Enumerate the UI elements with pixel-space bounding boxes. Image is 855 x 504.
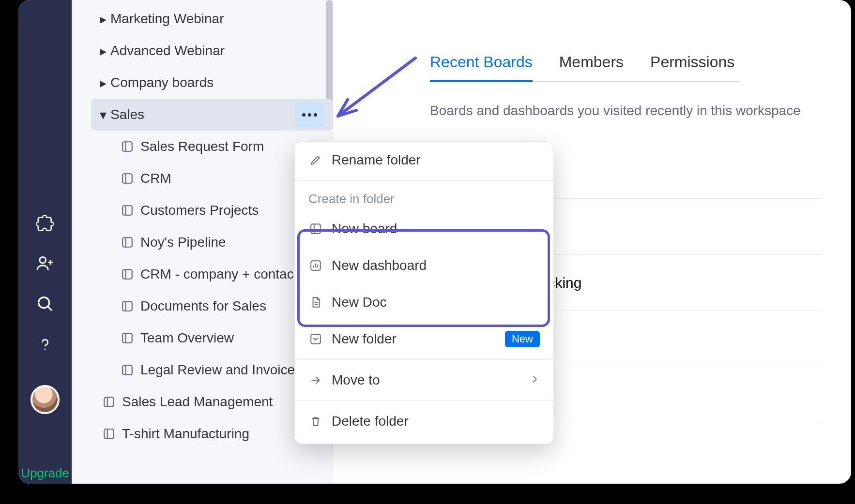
- folder-advanced-webinar[interactable]: ▸ Advanced Webinar: [91, 35, 333, 67]
- chevron-box-icon: [308, 333, 323, 345]
- folder-context-menu: Rename folder Create in folder New board…: [294, 141, 554, 444]
- help-icon[interactable]: [35, 335, 55, 354]
- puzzle-icon[interactable]: [35, 213, 55, 232]
- folder-company-boards[interactable]: ▸ Company boards: [91, 67, 333, 99]
- svg-rect-5: [122, 206, 132, 215]
- sidebar: ▸ Marketing Webinar ▸ Advanced Webinar ▸…: [72, 0, 333, 484]
- svg-rect-7: [122, 269, 132, 279]
- svg-point-0: [40, 257, 46, 263]
- svg-rect-12: [104, 429, 114, 439]
- menu-new-doc[interactable]: New Doc: [295, 284, 553, 321]
- menu-delete-folder[interactable]: Delete folder: [295, 403, 553, 440]
- board-label: T-shirt Manufacturing: [122, 426, 249, 442]
- board-label: Sales Request Form: [140, 139, 264, 154]
- folder-more-button[interactable]: [295, 102, 324, 127]
- tab-recent-boards[interactable]: Recent Boards: [430, 53, 533, 82]
- board-icon: [120, 300, 135, 312]
- new-badge: New: [505, 331, 540, 347]
- menu-item-label: Move to: [332, 372, 380, 388]
- menu-section-header: Create in folder: [295, 183, 553, 210]
- doc-icon: [308, 296, 323, 309]
- folder-label: Company boards: [110, 75, 214, 90]
- board-icon: [102, 428, 116, 440]
- tab-subtitle: Boards and dashboards you visited recent…: [430, 103, 822, 119]
- upgrade-link[interactable]: Upgrade: [21, 466, 69, 481]
- board-icon: [120, 204, 135, 217]
- caret-right-icon: ▸: [96, 11, 110, 27]
- svg-rect-3: [122, 142, 132, 151]
- board-icon: [120, 236, 135, 249]
- workspace-tree: ▸ Marketing Webinar ▸ Advanced Webinar ▸…: [72, 3, 333, 450]
- menu-new-dashboard[interactable]: New dashboard: [295, 247, 553, 284]
- folder-label: Advanced Webinar: [110, 43, 225, 59]
- svg-rect-4: [122, 174, 132, 183]
- menu-item-label: Rename folder: [332, 152, 421, 168]
- menu-new-board[interactable]: New board: [295, 210, 553, 247]
- board-label: Sales Lead Management: [122, 394, 273, 410]
- menu-new-folder[interactable]: New folder New: [295, 321, 553, 357]
- caret-down-icon: ▾: [96, 107, 110, 123]
- board-icon: [120, 140, 135, 153]
- svg-rect-11: [104, 397, 114, 407]
- menu-separator: [295, 180, 553, 181]
- svg-rect-8: [122, 301, 132, 311]
- pencil-icon: [308, 154, 323, 166]
- board-label: Customers Projects: [140, 203, 259, 218]
- sidebar-scrollbar[interactable]: [326, 0, 333, 106]
- board-label: Legal Review and Invoices: [140, 362, 302, 378]
- folder-sales[interactable]: ▾ Sales: [91, 99, 333, 131]
- folder-label: Marketing Webinar: [110, 11, 224, 27]
- menu-item-label: New board: [332, 221, 397, 237]
- svg-rect-13: [311, 224, 321, 234]
- menu-rename-folder[interactable]: Rename folder: [295, 142, 553, 178]
- board-icon: [102, 396, 116, 408]
- board-label: Team Overview: [140, 330, 234, 346]
- menu-item-label: Delete folder: [332, 414, 409, 429]
- svg-rect-15: [311, 334, 321, 344]
- svg-point-1: [39, 297, 49, 308]
- avatar[interactable]: [31, 385, 60, 414]
- folder-marketing-webinar[interactable]: ▸ Marketing Webinar: [91, 3, 333, 35]
- folder-label: Sales: [110, 107, 144, 122]
- board-icon: [308, 222, 323, 235]
- menu-separator: [295, 359, 553, 360]
- app-window: Upgrade ▸ Marketing Webinar ▸ Advanced W…: [18, 0, 851, 484]
- svg-rect-10: [122, 365, 132, 375]
- svg-rect-9: [122, 333, 132, 343]
- tab-permissions[interactable]: Permissions: [650, 53, 734, 81]
- svg-point-2: [45, 349, 46, 350]
- tab-members[interactable]: Members: [559, 53, 624, 81]
- menu-item-label: New Doc: [332, 295, 387, 310]
- menu-move-to[interactable]: Move to: [295, 362, 553, 399]
- board-label: CRM - company + contacts: [140, 267, 304, 282]
- board-icon: [120, 268, 135, 281]
- board-label: Noy's Pipeline: [140, 235, 226, 250]
- caret-right-icon: ▸: [96, 43, 110, 59]
- menu-separator: [295, 400, 553, 401]
- trash-icon: [308, 415, 323, 428]
- add-user-icon[interactable]: [35, 253, 55, 273]
- board-icon: [120, 364, 135, 376]
- left-rail: Upgrade: [18, 0, 72, 484]
- svg-rect-6: [122, 237, 132, 247]
- menu-item-label: New folder: [332, 331, 397, 347]
- tab-bar: Recent Boards Members Permissions: [430, 53, 740, 82]
- board-label: Documents for Sales: [140, 298, 266, 314]
- caret-right-icon: ▸: [96, 75, 110, 91]
- search-icon[interactable]: [35, 294, 55, 313]
- board-label: CRM: [140, 171, 171, 186]
- board-icon: [120, 332, 135, 344]
- chart-icon: [308, 259, 323, 272]
- board-icon: [120, 172, 135, 185]
- chevron-right-icon: [529, 372, 540, 388]
- arrow-right-icon: [308, 374, 323, 386]
- menu-item-label: New dashboard: [332, 258, 427, 273]
